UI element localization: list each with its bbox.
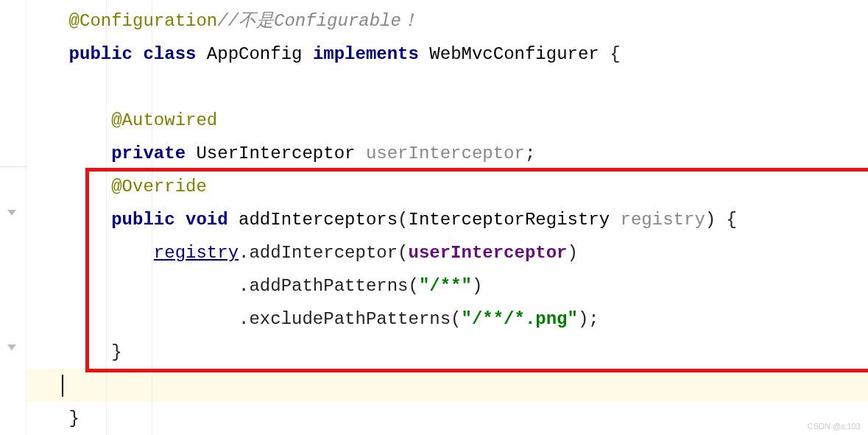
fold-handle-icon[interactable] <box>7 210 16 216</box>
fold-handle-icon[interactable] <box>7 344 16 350</box>
indent <box>27 336 111 369</box>
code-area[interactable]: @Configuration//不是Configurable！ public c… <box>27 0 868 435</box>
code-token: .addPathPatterns( <box>239 276 419 296</box>
code-token: ; <box>525 144 535 163</box>
code-token: WebMvcConfigurer <box>429 44 610 64</box>
indent <box>27 203 111 236</box>
code-token: addInterceptors <box>239 210 398 230</box>
code-line[interactable]: @Autowired <box>27 104 868 137</box>
code-token: } <box>111 342 121 362</box>
code-token: "/**/*.png" <box>462 309 578 329</box>
code-editor[interactable]: @Configuration//不是Configurable！ public c… <box>0 0 868 435</box>
code-line[interactable] <box>27 369 868 402</box>
indent <box>27 269 239 303</box>
code-line[interactable]: @Configuration//不是Configurable！ <box>27 4 868 38</box>
code-line[interactable]: @Override <box>27 170 868 203</box>
code-token: AppConfig <box>207 44 313 64</box>
text-caret <box>62 375 63 397</box>
indent <box>27 303 239 336</box>
code-token: void <box>186 210 239 230</box>
code-token: ( <box>398 210 408 230</box>
indent <box>27 402 69 435</box>
code-line[interactable]: public class AppConfig implements WebMvc… <box>27 38 868 71</box>
code-token: registry <box>154 243 239 263</box>
code-token: public <box>69 44 144 64</box>
code-token: ) <box>568 243 578 263</box>
code-line[interactable]: .excludePathPatterns("/**/*.png"); <box>27 303 868 336</box>
code-token: 不是Configurable！ <box>239 11 419 31</box>
indent <box>27 236 154 269</box>
code-line[interactable]: } <box>27 336 868 369</box>
code-token: class <box>143 44 206 64</box>
code-token: InterceptorRegistry <box>409 210 621 230</box>
code-token: ) <box>472 276 482 296</box>
code-token: ); <box>578 309 599 329</box>
code-line[interactable] <box>27 71 868 104</box>
code-token: private <box>111 144 196 163</box>
code-token: userInterceptor <box>366 144 525 163</box>
indent <box>27 38 69 71</box>
code-line[interactable]: .addPathPatterns("/**") <box>27 269 868 303</box>
code-line[interactable]: public void addInterceptors(InterceptorR… <box>27 203 868 236</box>
code-token: { <box>610 44 620 64</box>
code-line[interactable]: } <box>27 402 868 435</box>
gutter <box>0 0 27 435</box>
code-token: // <box>217 11 239 31</box>
code-token: userInterceptor <box>408 243 567 263</box>
code-token: ) { <box>705 210 737 230</box>
gutter-separator <box>0 166 26 167</box>
indent <box>27 104 111 137</box>
indent <box>27 137 111 170</box>
code-token: registry <box>621 210 705 230</box>
code-token: UserInterceptor <box>196 144 365 163</box>
code-token: } <box>69 409 80 428</box>
indent <box>27 170 111 203</box>
indent <box>27 71 69 104</box>
code-token: .addInterceptor( <box>239 243 408 263</box>
code-token: .excludePathPatterns( <box>239 309 461 329</box>
code-token: @Configuration <box>69 11 218 31</box>
code-token: implements <box>313 44 429 64</box>
code-line[interactable]: private UserInterceptor userInterceptor; <box>27 137 868 170</box>
indent <box>27 4 69 38</box>
code-token: @Override <box>111 177 207 197</box>
code-token: public <box>111 210 186 230</box>
code-token: "/**" <box>419 276 472 296</box>
code-token: @Autowired <box>111 110 217 130</box>
code-line[interactable]: registry.addInterceptor(userInterceptor) <box>27 236 868 269</box>
